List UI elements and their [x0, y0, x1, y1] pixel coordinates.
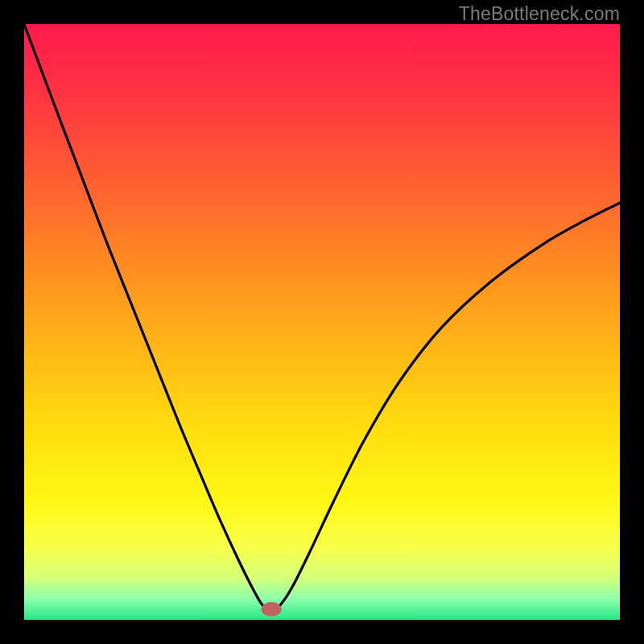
watermark-text: TheBottleneck.com: [459, 3, 620, 25]
optimum-marker: [262, 602, 282, 617]
gradient-background: [24, 24, 620, 620]
chart-frame: TheBottleneck.com: [0, 0, 644, 644]
plot-area: [24, 24, 620, 620]
plot-svg: [24, 24, 620, 620]
